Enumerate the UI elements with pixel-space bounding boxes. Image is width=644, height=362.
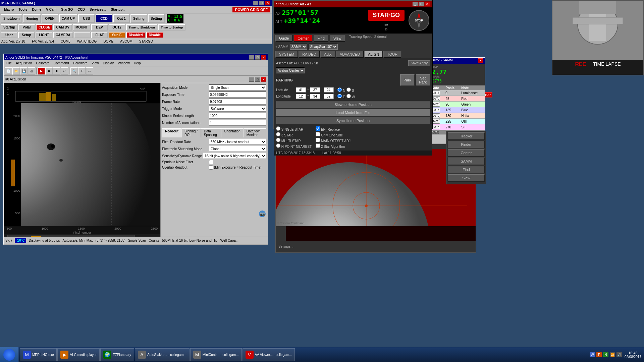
btn-user[interactable]: User	[1, 32, 17, 38]
inner-close-btn[interactable]: ✕	[261, 77, 266, 82]
tool-zoom[interactable]: 🔍	[70, 67, 78, 75]
tool-single[interactable]: ↩	[61, 67, 68, 75]
lat-sec[interactable]	[324, 87, 334, 93]
btn-time-startup[interactable]: Time to Startup	[158, 24, 185, 31]
tray-icon-1[interactable]: W	[590, 352, 595, 357]
tool-crosshair[interactable]: ✛	[78, 67, 86, 75]
andor-menu-help[interactable]: Help	[132, 61, 143, 66]
tab-tour[interactable]: TOUR	[383, 51, 401, 58]
btn-camup[interactable]: CAM UP	[59, 14, 77, 23]
load-model-btn[interactable]: Load Model from File	[276, 109, 430, 116]
andor-max-btn[interactable]: □	[255, 55, 260, 60]
btn-slew[interactable]: Slew	[330, 35, 345, 42]
taskbar-merlino[interactable]: M MERLINO.exe	[20, 348, 57, 361]
andor-menu-window[interactable]: Window	[116, 61, 132, 66]
overlap-checkbox[interactable]	[209, 165, 213, 170]
btn-time-shutdown[interactable]: Time to Shutdown	[126, 24, 158, 31]
btn-camera[interactable]: CAMERA	[53, 32, 73, 38]
btn-find[interactable]: Find	[314, 35, 328, 42]
menu-dome[interactable]: Dome	[30, 7, 43, 12]
lon-e-radio[interactable]	[337, 94, 342, 98]
spurious-checkbox[interactable]	[209, 160, 213, 164]
btn-guide[interactable]: Guide	[275, 35, 292, 42]
stargo-close-btn[interactable]: ✕	[425, 2, 430, 6]
btn-light[interactable]: LIGHT	[36, 32, 52, 38]
btn-out2[interactable]: OUT2	[109, 24, 125, 31]
taskbar-vlc[interactable]: ▶ VLC media player	[57, 348, 99, 361]
tab-spooling[interactable]: Data Spooling	[201, 128, 221, 137]
andor-menu-acquisition[interactable]: Acquisition	[14, 61, 34, 66]
menu-vcam[interactable]: V-Cam	[44, 7, 58, 12]
slew-btn[interactable]: Slew	[448, 174, 485, 182]
lon-sec[interactable]	[324, 94, 334, 99]
acq-mode-select[interactable]: Single Scan	[209, 84, 266, 90]
btn-startup[interactable]: Startup	[1, 24, 18, 31]
tool-print[interactable]: 🖨	[28, 67, 35, 75]
exposure-input[interactable]	[209, 92, 266, 98]
lat-s-radio[interactable]	[346, 87, 351, 92]
menu-macro[interactable]: Macro	[2, 7, 16, 12]
tool-pause[interactable]: ⏸	[53, 67, 60, 75]
tool-save[interactable]: 💾	[20, 67, 28, 75]
finder-btn[interactable]: Finder	[448, 141, 485, 148]
set-park-btn[interactable]: Set Park	[416, 74, 430, 86]
btn-sunf[interactable]: Sun F.	[109, 32, 125, 38]
find-btn[interactable]: Find	[448, 166, 485, 173]
stargo-settings-icon[interactable]: ⚙	[385, 27, 388, 31]
btn-dev[interactable]: DEV	[91, 24, 108, 31]
btn-shutdown[interactable]: Shutdown	[1, 14, 22, 23]
btn-setting1[interactable]: Setting	[130, 14, 147, 23]
frame-rate-input[interactable]	[209, 99, 266, 105]
merlino-max-btn[interactable]: □	[259, 1, 264, 5]
tab-dataflow[interactable]: Dataflow Monitor	[244, 128, 266, 137]
tab-binning[interactable]: Binning / ROI	[181, 128, 201, 137]
start-button[interactable]	[0, 347, 18, 362]
num-acc-input[interactable]	[209, 120, 266, 126]
mount-select[interactable]: Avalon-Center	[276, 67, 305, 73]
taskbar-avviewer[interactable]: V AV-Viewer... - collegam...	[243, 348, 295, 361]
andor-menu-hardware[interactable]: Hardware	[71, 61, 90, 66]
btn-mount[interactable]: MOUNT	[73, 24, 91, 31]
aux2-close-btn[interactable]: ✕	[478, 58, 483, 63]
pixel-readout-select[interactable]: 560 MHz - fastest readout	[209, 139, 266, 145]
tool-roi[interactable]: ▭	[86, 67, 93, 75]
tool-new[interactable]: 📄	[5, 67, 12, 75]
tab-system[interactable]: SYSTEM	[275, 51, 298, 58]
stargo-min-btn[interactable]: _	[413, 2, 418, 6]
menu-stargo[interactable]: StarGO	[59, 7, 75, 12]
andor-menu-display[interactable]: Display	[101, 61, 116, 66]
tracker-btn[interactable]: Tracker	[448, 132, 485, 140]
main-offset-cb[interactable]	[316, 138, 320, 142]
andor-menu-calibrate[interactable]: Calibrate	[34, 61, 51, 66]
tab-radec[interactable]: RA DEC	[299, 51, 320, 58]
tab-readout[interactable]: Readout	[162, 128, 181, 137]
btn-ccd[interactable]: CCD	[96, 14, 112, 23]
taskbar-minicontr[interactable]: M MiniContr... - collegam...	[190, 348, 242, 361]
andor-menu-command[interactable]: Command	[52, 61, 71, 66]
btn-center[interactable]: Center	[294, 35, 312, 42]
stargo-max-btn[interactable]: □	[419, 2, 424, 6]
btn-empty[interactable]	[74, 32, 91, 38]
lon-w-radio[interactable]	[346, 94, 351, 98]
lon-deg[interactable]	[296, 94, 306, 99]
andor-menu-view[interactable]: View	[90, 61, 101, 66]
slew-home-btn[interactable]: Slew to Home Position	[276, 101, 430, 108]
menu-services[interactable]: Services...	[88, 7, 108, 12]
btn-flat[interactable]: FLAT	[91, 32, 108, 38]
btn-disabled[interactable]: Disabled	[126, 32, 146, 38]
btn-open[interactable]: OPEN	[42, 14, 58, 23]
btn-homing[interactable]: Homing	[23, 14, 41, 23]
tool-run[interactable]: ▶	[38, 67, 45, 75]
btn-disable[interactable]: Disable	[146, 32, 164, 38]
n-point-radio[interactable]	[276, 143, 280, 148]
inner-max-btn[interactable]: □	[255, 77, 260, 82]
btn-out1[interactable]: Out 1	[113, 14, 130, 23]
camera-main-image[interactable]: © Torsten Edelmann	[276, 149, 476, 226]
multi-star-radio[interactable]	[276, 138, 280, 142]
taskbar-autostakke[interactable]: A AutoStakke... - collegam...	[135, 348, 190, 361]
lat-deg[interactable]	[296, 87, 306, 93]
merlino-close-btn[interactable]: ✕	[265, 1, 270, 5]
taskbar-ezplanetary[interactable]: 🌍 EZPlanetary	[100, 348, 134, 361]
btn-usb[interactable]: USB	[78, 14, 95, 23]
single-star-radio[interactable]	[276, 126, 280, 131]
